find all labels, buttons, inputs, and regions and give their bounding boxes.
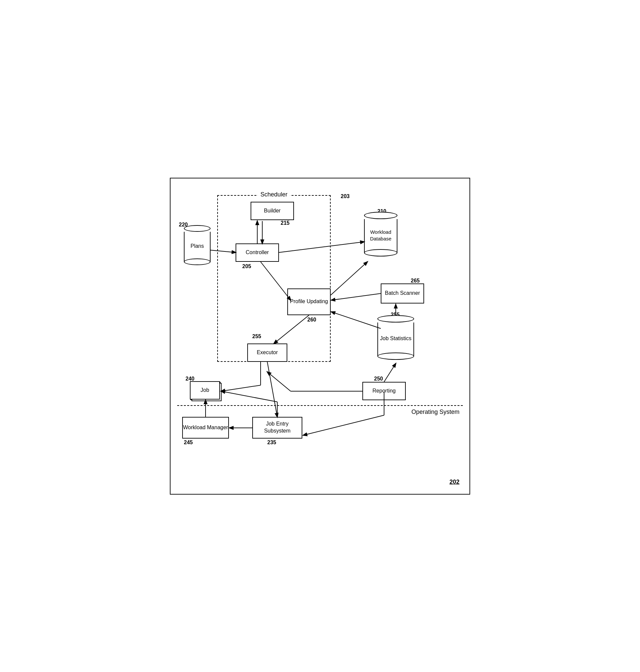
svg-line-6 (331, 294, 381, 300)
diagram-area: Scheduler 203 Builder 215 Controller 205… (177, 185, 463, 487)
ref-205: 205 (242, 264, 251, 269)
scheduler-box: Scheduler (217, 195, 331, 362)
job-statistics-cylinder: Job Statistics (377, 315, 414, 360)
ref-240: 240 (186, 376, 194, 382)
ref-215: 215 (281, 220, 290, 226)
ref-203: 203 (341, 193, 350, 199)
os-label: Operating System (411, 408, 460, 416)
svg-line-18 (221, 391, 277, 402)
svg-line-15 (267, 372, 291, 391)
svg-line-11 (221, 385, 261, 391)
svg-line-13 (384, 363, 396, 382)
scheduler-label: Scheduler (258, 191, 290, 198)
svg-line-21 (303, 415, 384, 435)
job-box: Job (190, 381, 220, 400)
svg-line-4 (331, 262, 367, 295)
job-entry-subsystem-box: Job Entry Subsystem (252, 417, 302, 438)
page-container: Scheduler 203 Builder 215 Controller 205… (170, 178, 470, 495)
diagram-ref-202: 202 (450, 479, 460, 486)
ref-235: 235 (267, 439, 276, 446)
ref-245: 245 (184, 439, 193, 446)
ref-265: 265 (411, 278, 420, 284)
ref-250: 250 (374, 376, 383, 382)
controller-box: Controller (236, 243, 279, 262)
svg-line-7 (331, 312, 381, 328)
ref-255-exec: 255 (252, 333, 261, 340)
os-line (177, 405, 463, 406)
ref-260: 260 (307, 317, 316, 323)
reporting-box: Reporting (362, 382, 406, 400)
workload-manager-box: Workload Manager (182, 417, 229, 438)
svg-line-12 (267, 362, 277, 417)
profile-updating-box: Profile Updating (287, 288, 331, 315)
plans-cylinder: Plans (184, 225, 210, 265)
builder-box: Builder (251, 202, 294, 220)
executor-box: Executor (247, 344, 287, 362)
batch-scanner-box: Batch Scanner (381, 283, 424, 303)
workload-db-cylinder: Workload Database (364, 212, 397, 256)
